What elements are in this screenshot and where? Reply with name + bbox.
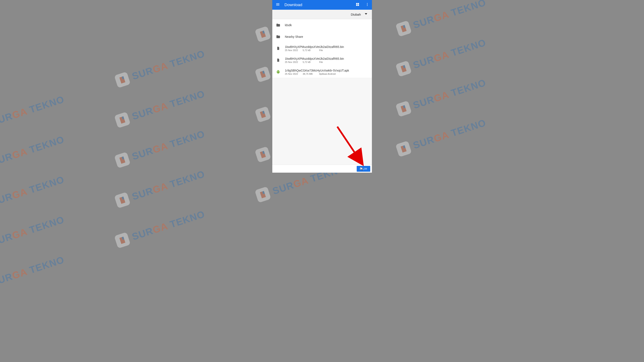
folder-icon: [276, 34, 281, 39]
file-list[interactable]: ldsdk Nearby Share 1kwBHXyXPMuzddpsXVetJ…: [272, 19, 372, 165]
item-size: 38,75 MB: [303, 72, 314, 75]
overflow-menu-button[interactable]: [364, 2, 370, 8]
item-size: 5,72 kB: [303, 61, 314, 63]
item-name: 1kwBHXyXPMuzddpsXVetJb2aiDtzafR65.bin: [285, 45, 344, 48]
sort-label: Diubah: [351, 13, 361, 16]
item-type: File: [319, 49, 323, 52]
svg-point-0: [367, 3, 368, 4]
file-icon: [276, 58, 281, 62]
list-item[interactable]: 1kwBHXyXPMuzddpsXVetJb2aiDtzafR65.bin 25…: [272, 54, 372, 66]
more-vert-icon: [366, 2, 369, 7]
file-icon: [276, 46, 281, 50]
hamburger-icon: [276, 2, 280, 8]
folder-icon: [276, 23, 281, 27]
item-date: 25 Nov 2022: [285, 61, 298, 63]
list-item[interactable]: Nearby Share: [272, 31, 372, 42]
view-grid-button[interactable]: [354, 2, 360, 8]
chevron-down-icon: [364, 12, 368, 17]
item-name: Nearby Share: [285, 35, 303, 38]
item-type: Aplikasi Android: [319, 72, 336, 75]
bottom-bar: PILIH: [272, 165, 372, 173]
item-meta: 25 Nov 2022 38,75 MB Aplikasi Android: [285, 72, 349, 75]
item-meta: 25 Nov 2022 5,72 kB File: [285, 61, 344, 63]
svg-point-1: [367, 4, 368, 5]
item-meta: 25 Nov 2022 5,72 kB File: [285, 49, 344, 52]
item-type: File: [319, 61, 323, 63]
item-name: ldsdk: [285, 24, 292, 27]
item-date: 25 Nov 2022: [285, 49, 298, 52]
android-icon: [276, 70, 281, 74]
item-name: 1kwBHXyXPMuzddpsXVetJb2aiDtzafR65.bin: [285, 57, 344, 60]
list-item[interactable]: ldsdk: [272, 19, 372, 31]
list-item[interactable]: 1r9gSBhQwCGKw73McHyUnXwk6r-5VxqUT.apk 25…: [272, 66, 372, 78]
menu-button[interactable]: [275, 2, 281, 8]
svg-point-2: [367, 5, 368, 6]
item-date: 25 Nov 2022: [285, 72, 298, 75]
page-title: Download: [284, 2, 351, 7]
item-size: 5,72 kB: [303, 49, 314, 52]
file-picker-window: Download Diubah ldsdk: [272, 0, 372, 173]
app-bar: Download: [272, 0, 372, 10]
select-button[interactable]: PILIH: [357, 166, 370, 172]
list-item[interactable]: 1kwBHXyXPMuzddpsXVetJb2aiDtzafR65.bin 25…: [272, 42, 372, 54]
sort-bar[interactable]: Diubah: [272, 10, 372, 19]
grid-icon: [356, 2, 360, 7]
item-name: 1r9gSBhQwCGKw73McHyUnXwk6r-5VxqUT.apk: [285, 69, 349, 72]
